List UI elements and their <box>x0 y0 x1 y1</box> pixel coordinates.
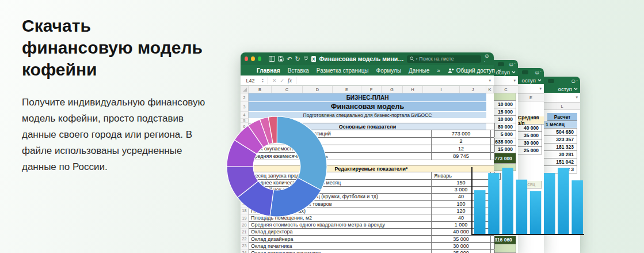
tab-vstavka[interactable]: Вставка <box>288 67 309 74</box>
label-cell-row-19[interactable]: Площадь помещения, м2 <box>251 214 312 221</box>
value-cell[interactable]: 25 000 <box>518 147 542 154</box>
sheet-search-input[interactable]: ▾ Поиск на листе <box>407 55 481 63</box>
share-button[interactable]: Общий доступ <box>448 67 501 74</box>
tab-glavnaya[interactable]: Главная <box>257 67 280 74</box>
formula-dropdown-icon[interactable]: ▾ <box>489 78 494 83</box>
column-header[interactable]: L <box>544 103 580 110</box>
label-cell-row-14[interactable]: Среднее количество заказов в месяц <box>251 180 341 186</box>
merged-cell-row-4[interactable]: Подготовлена специально для бизнес-порта… <box>249 112 486 119</box>
value-cell[interactable]: 181 323 <box>544 144 577 151</box>
toolbar-options-icon[interactable] <box>303 56 308 61</box>
column-header-H[interactable]: H <box>403 86 423 93</box>
minimize-button[interactable] <box>251 56 254 61</box>
value-cell[interactable]: 35 000 <box>518 132 542 139</box>
row-number-11[interactable]: 11 <box>241 160 249 165</box>
row-number-10[interactable]: 10 <box>241 153 249 160</box>
undo-icon[interactable]: ↶ <box>287 56 292 62</box>
merged-cell-row-6[interactable]: Основные показатели <box>249 123 486 130</box>
tab-overflow[interactable]: » <box>437 67 440 74</box>
label-cell-row-16[interactable]: Количество товаров в месяц (кружки, футб… <box>251 194 378 200</box>
value-cell[interactable]: 10 000 <box>494 101 516 108</box>
fx-icon[interactable]: fx <box>288 77 292 84</box>
row-number-24[interactable]: 24 <box>241 250 249 253</box>
row-number-23[interactable]: 23 <box>241 243 249 250</box>
row-number-8[interactable]: 8 <box>241 138 249 145</box>
name-box-stepper[interactable]: ▲▼ <box>260 78 265 83</box>
value-cell[interactable]: 30 000 <box>518 139 542 147</box>
dropdown-arrow-icon[interactable]: ▾ <box>576 95 578 100</box>
label-cell-row-10[interactable]: Средняя ежемесячная прибыль <box>251 153 328 160</box>
label-cell-row-13[interactable]: Месяц запуска продаж <box>251 172 306 179</box>
column-header-J[interactable]: J <box>460 86 486 93</box>
value-cell-row-13[interactable]: Январь <box>431 172 491 180</box>
row-number-12[interactable]: 12 <box>241 165 249 172</box>
tab-razmetka[interactable]: Разметка страницы <box>317 67 369 74</box>
cancel-icon[interactable]: ✕ <box>272 78 277 84</box>
label-cell-row-15[interactable]: Средний чек с 1 заказа <box>251 187 307 193</box>
name-box[interactable]: L42 <box>241 78 260 84</box>
select-all-corner[interactable] <box>241 86 249 93</box>
value-cell[interactable]: 504 680 <box>544 129 577 136</box>
row-number-15[interactable]: 15 <box>241 187 249 194</box>
feedback-smiley-icon[interactable]: ☺· <box>484 53 490 65</box>
label-cell-row-7[interactable]: Необходимый объем инвестиций <box>251 130 331 137</box>
merged-cell-row-12[interactable]: Редактируемые показатели* <box>249 165 494 172</box>
feedback-smiley-icon[interactable]: ☺· <box>570 78 578 84</box>
row-number-22[interactable]: 22 <box>241 236 249 243</box>
column-header[interactable]: E <box>518 94 544 101</box>
row-number-20[interactable]: 20 <box>241 222 249 229</box>
row-number-7[interactable]: 7 <box>241 130 249 138</box>
value-cell[interactable]: 582 3 <box>544 166 577 173</box>
close-button[interactable] <box>245 56 248 61</box>
row-number-18[interactable]: 18 <box>241 207 249 214</box>
label-cell-row-9[interactable]: Срок окупаемости (мес) <box>251 145 308 152</box>
value-cell[interactable]: 30 281 <box>544 151 577 158</box>
label-cell-row-8[interactable]: Срок запуска (мес) <box>251 138 296 145</box>
label-cell-row-22[interactable]: Оклад дизайнера <box>251 236 293 242</box>
row-number-5[interactable]: 5 <box>241 119 249 123</box>
row-number-6[interactable]: 6 <box>241 123 249 130</box>
label-cell-row-21[interactable]: Оклад директора <box>251 229 292 235</box>
dropdown-arrow-icon[interactable]: ▾ <box>513 78 516 83</box>
column-header-E[interactable]: E <box>333 86 361 93</box>
header-cell[interactable]: Расчет <box>547 113 577 121</box>
value-cell[interactable]: 40 000 <box>518 124 542 132</box>
value-cell-row-8[interactable]: 2 <box>431 137 491 145</box>
value-cell-row-24[interactable]: 25 000 <box>431 249 491 253</box>
merged-cell-row-2[interactable]: БИЗНЕС-ПЛАН <box>249 93 486 102</box>
column-header[interactable]: C <box>494 86 518 93</box>
row-number-2[interactable]: 2 <box>241 93 249 102</box>
tab-formuly[interactable]: Формулы <box>376 67 402 74</box>
row-number-9[interactable]: 9 <box>241 145 249 153</box>
row-number-19[interactable]: 19 <box>241 214 249 221</box>
ribbon-toggle-icon[interactable] <box>269 56 275 62</box>
value-cell-row-7[interactable]: 773 000 <box>431 130 491 138</box>
note-cell[interactable]: месяц <box>518 181 542 188</box>
feedback-smiley-icon[interactable]: ☺· <box>534 69 542 75</box>
subheader-cell[interactable]: 1 месяц <box>544 121 577 129</box>
redo-icon[interactable]: ↻ <box>295 56 300 62</box>
save-icon[interactable] <box>278 56 284 62</box>
share-button-fragment[interactable]: оступ <box>522 77 542 84</box>
enter-icon[interactable]: ✓ <box>280 78 285 84</box>
dropdown-arrow-icon[interactable]: ▾ <box>539 86 542 91</box>
column-header-F[interactable]: F <box>361 86 382 93</box>
row-number-13[interactable]: 13 <box>241 172 249 180</box>
zoom-button[interactable] <box>258 56 261 61</box>
label-cell-row-23[interactable]: Оклад печатника <box>251 243 292 249</box>
column-header-D[interactable]: D <box>303 86 333 93</box>
tab-dannye[interactable]: Данные <box>409 67 429 74</box>
header-cell[interactable]: Средняя з/п <box>518 116 544 124</box>
row-number-16[interactable]: 16 <box>241 194 249 201</box>
value-cell[interactable]: 323 357 <box>544 136 577 144</box>
value-cell-row-10[interactable]: 89 745 <box>431 152 491 160</box>
merged-cell-row-3[interactable]: Финансовая модель <box>249 102 486 112</box>
row-number-3[interactable]: 3 <box>241 102 249 112</box>
value-cell-row-9[interactable]: 12 <box>431 145 491 153</box>
value-cell[interactable]: 15 000 <box>494 108 516 116</box>
column-header-G[interactable]: G <box>382 86 403 93</box>
row-number-17[interactable]: 17 <box>241 201 249 207</box>
label-cell-row-20[interactable]: Средняя стоимость одного квадратного мет… <box>251 222 385 228</box>
value-cell[interactable]: 10 000 <box>494 116 516 123</box>
feedback-smiley-icon[interactable]: ☺· <box>508 61 516 67</box>
